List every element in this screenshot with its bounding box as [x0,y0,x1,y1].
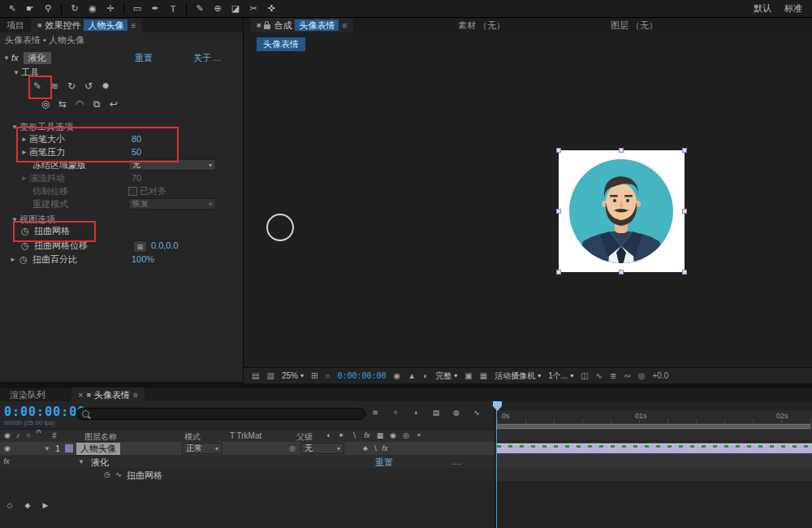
stopwatch-icon[interactable]: ◷ [21,240,34,251]
quality-switch-icon[interactable]: ∖ [370,444,380,453]
freeze-mask-dropdown[interactable]: 无 ▾ [128,159,216,171]
parent-column-label[interactable]: 父级 [296,431,313,443]
layer-color-label[interactable] [65,444,73,452]
shy-switch-icon[interactable]: ♣ [361,444,370,453]
brush-pressure-value[interactable]: 50 [132,145,141,158]
roi-icon[interactable]: ▣ [464,371,472,380]
clone-tool[interactable]: ⧉ [89,96,105,112]
threed-layer-icon[interactable]: ◓ [414,431,424,440]
roto-brush-tool[interactable]: ✂ [246,2,261,16]
turbulence-tool[interactable]: ≋ [46,78,63,94]
composition-viewport[interactable]: 头像表情 [244,32,812,367]
parent-dropdown[interactable]: 无 ▾ [300,443,344,454]
mesh-offset-value[interactable]: 0.0,0.0 [151,239,179,252]
camera-dropdown[interactable]: 活动摄像机 ▾ [495,370,541,382]
flowchart-icon[interactable]: ∾ [624,371,630,380]
magnification-dropdown[interactable]: 25% ▾ [282,371,304,380]
show-snapshot-icon[interactable]: ▲ [408,371,416,380]
distortion-percent-twirl-icon[interactable]: ► [10,256,18,263]
timeline-search-field[interactable] [76,408,365,420]
comp-timecode[interactable]: 0:00:00:00 [337,371,386,380]
viewer-comp-chip[interactable]: 头像表情 [257,37,305,51]
shy-icon[interactable]: ◖ [323,431,333,440]
trkmat-column-label[interactable]: T TrkMat [230,431,261,440]
fx-badge-icon[interactable]: fx [2,457,11,466]
exposure-value[interactable]: +0.0 [653,371,669,380]
tab-composition[interactable]: ■ 合成 头像表情 ≡ [250,18,353,32]
warp-tool[interactable]: ✎ [29,78,45,94]
tools-twirl-icon[interactable]: ▼ [13,69,21,76]
resolution-dropdown[interactable]: 完整 ▾ [435,370,457,382]
effect-about-link[interactable]: 关于 ... [193,51,221,64]
panel-menu-icon[interactable]: ≡ [131,21,136,30]
pixel-aspect-icon[interactable]: ◫ [581,371,588,380]
hand-tool[interactable]: ☛ [23,2,37,16]
lock-icon[interactable] [264,24,270,29]
brush-pressure-twirl-icon[interactable]: ► [21,149,29,156]
snapshot-icon[interactable]: ◉ [394,371,401,380]
layer-name[interactable]: 人物头像 [76,443,120,455]
motion-blur-icon[interactable]: ◍ [451,408,461,418]
comp-mini-flowchart-icon[interactable]: ≋ [370,408,380,418]
layer-duration-bar[interactable] [497,444,812,453]
property-name[interactable]: 扭曲网格 [127,470,162,482]
shape-tool[interactable]: ▭ [130,2,145,16]
effect-name[interactable]: 液化 [24,52,51,64]
view-options-twirl-icon[interactable]: ▼ [11,216,19,223]
playhead-line[interactable] [496,401,497,528]
selection-handle[interactable] [556,148,561,153]
channels-icon[interactable]: ◐ [423,371,428,380]
property-row[interactable]: ◷ ∿ 扭曲网格 [0,468,495,481]
tab-timeline-comp[interactable]: × ■ 头像表情 ≡ [71,387,145,402]
brush-tool[interactable]: ✎ [192,2,207,16]
grid-guides-icon[interactable]: ⊞ [311,371,317,380]
layer-visibility-icon[interactable]: ◉ [2,444,12,453]
effect-twirl-icon[interactable]: ▼ [78,458,86,465]
frame-blend-icon[interactable]: ▤ [431,408,441,418]
tab-footage[interactable]: 素材 （无） [451,18,512,32]
effects-icon[interactable]: fx [362,431,372,440]
type-tool[interactable]: T [166,2,180,16]
always-preview-icon[interactable]: ▤ [252,371,259,380]
layer-track[interactable] [495,442,812,456]
timeline-timecode[interactable]: 0:00:00:00 [4,405,85,419]
warp-options-twirl-icon[interactable]: ▼ [11,123,19,131]
mode-column-label[interactable]: 模式 [184,431,201,443]
effect-name[interactable]: 液化 [91,457,109,469]
camera-tool[interactable]: ◉ [85,2,100,16]
collapse-transformations-icon[interactable]: ✦ [336,431,346,440]
rotate-tool[interactable]: ↻ [67,2,82,16]
timeline-button-icon[interactable]: ≣ [610,371,616,380]
effects-switch-icon[interactable]: fx [380,444,390,453]
selection-handle[interactable] [682,209,687,214]
parent-pickwhip-icon[interactable]: ◎ [287,444,297,453]
quality-icon[interactable]: ∖ [349,431,359,440]
fast-previews-icon[interactable]: ∿ [596,371,603,380]
layer-name-column-label[interactable]: 图层名称 [84,431,117,443]
shift-pixels-tool[interactable]: ⇆ [54,96,71,112]
effect-twirl-icon[interactable]: ▼ [3,54,11,62]
zoom-detail-icon[interactable]: ◆ [23,500,32,510]
tab-effect-controls[interactable]: ■ 效果控件 人物头像 ≡ [31,18,142,32]
mask-visibility-icon[interactable]: ○ [325,371,330,380]
effect-options-ellipsis[interactable]: .... [451,457,461,466]
stopwatch-icon[interactable]: ◷ [19,254,32,265]
twirl-clockwise-tool[interactable]: ↻ [63,78,80,94]
exposure-reset-icon[interactable]: ◎ [638,371,646,380]
zoom-tool[interactable]: ⚲ [41,2,55,16]
panel-menu-icon[interactable]: ≡ [133,391,138,400]
selection-handle[interactable] [619,148,624,153]
tab-project[interactable]: 项目 [0,18,31,32]
clone-stamp-tool[interactable]: ⊕ [210,2,225,16]
play-icon[interactable]: ▶ [41,500,50,510]
selection-handle[interactable] [682,270,687,275]
avatar-image[interactable] [559,150,685,272]
selection-handle[interactable] [556,209,561,214]
work-area-segment[interactable] [497,424,810,429]
workspace-standard-button[interactable]: 标准 [780,2,807,15]
twirl-counterclockwise-tool[interactable]: ↺ [80,78,97,94]
effect-reset-link[interactable]: 重置 [375,457,393,469]
tab-render-queue[interactable]: 渲染队列 [3,387,52,402]
graph-editor-icon[interactable]: ∿ [472,408,482,418]
selection-handle[interactable] [619,270,624,275]
